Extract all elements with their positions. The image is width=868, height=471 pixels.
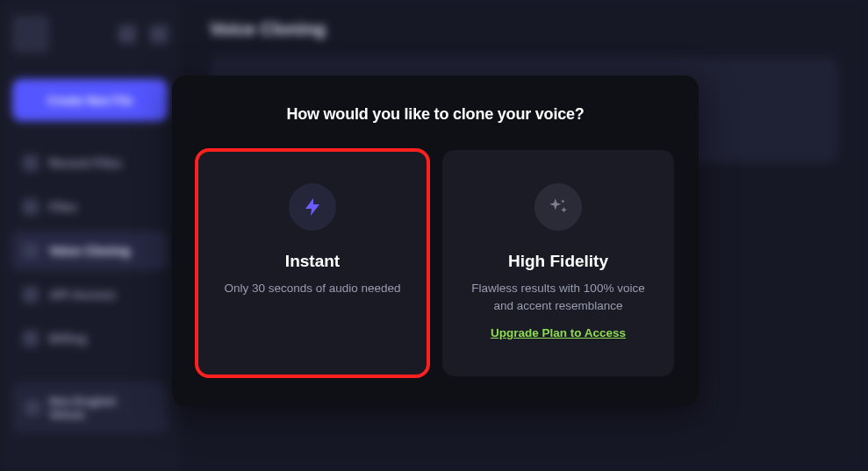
high-fidelity-icon-wrap	[534, 183, 582, 231]
sidebar-item-api-access[interactable]: API Access	[12, 275, 168, 314]
sidebar-nonenglish-label: Non-English Voices	[49, 395, 155, 421]
app-logo	[12, 16, 49, 53]
sidebar-item-label: Voice Cloning	[49, 244, 130, 258]
sidebar-nonenglish-voices[interactable]: Non-English Voices	[12, 382, 168, 433]
clone-method-cards: Instant Only 30 seconds of audio needed …	[197, 150, 674, 376]
create-new-file-label: Create New File	[47, 94, 133, 107]
high-fidelity-card-desc: Flawless results with 100% voice and acc…	[466, 280, 650, 314]
create-new-file-button[interactable]: Create New File	[12, 79, 168, 121]
sidebar-item-files[interactable]: Files	[12, 188, 168, 226]
sidebar-item-label: API Access	[49, 288, 116, 302]
sidebar-item-label: Recent Files	[49, 156, 121, 170]
clone-voice-modal: How would you like to clone your voice? …	[172, 75, 699, 406]
sidebar-item-recent-files[interactable]: Recent Files	[12, 144, 168, 182]
folder-icon	[23, 199, 39, 215]
instant-card-desc: Only 30 seconds of audio needed	[224, 280, 400, 297]
instant-icon-wrap	[289, 183, 336, 231]
page-title: Voice Cloning	[210, 19, 838, 39]
sidebar-item-label: Files	[49, 200, 77, 214]
sidebar: Create New File Recent Files Files Voice…	[0, 0, 180, 471]
wave-icon	[23, 243, 39, 259]
globe-icon	[25, 400, 40, 416]
brand-row	[12, 16, 168, 53]
sparkles-icon	[547, 196, 570, 218]
modal-title: How would you like to clone your voice?	[197, 105, 674, 124]
lightning-icon	[302, 196, 323, 218]
key-icon	[23, 287, 39, 303]
sidebar-item-billing[interactable]: Billing	[12, 319, 168, 358]
upgrade-plan-link[interactable]: Upgrade Plan to Access	[491, 326, 626, 339]
instant-card[interactable]: Instant Only 30 seconds of audio needed	[197, 150, 428, 376]
high-fidelity-card-title: High Fidelity	[508, 252, 608, 271]
sidebar-item-label: Billing	[49, 332, 87, 346]
high-fidelity-card[interactable]: High Fidelity Flawless results with 100%…	[442, 150, 674, 376]
x-twitter-icon[interactable]	[118, 25, 136, 43]
instant-card-title: Instant	[285, 252, 340, 271]
sidebar-item-voice-cloning[interactable]: Voice Cloning	[12, 232, 168, 270]
discord-icon[interactable]	[150, 25, 168, 43]
card-icon	[23, 331, 39, 346]
clock-icon	[23, 155, 39, 171]
